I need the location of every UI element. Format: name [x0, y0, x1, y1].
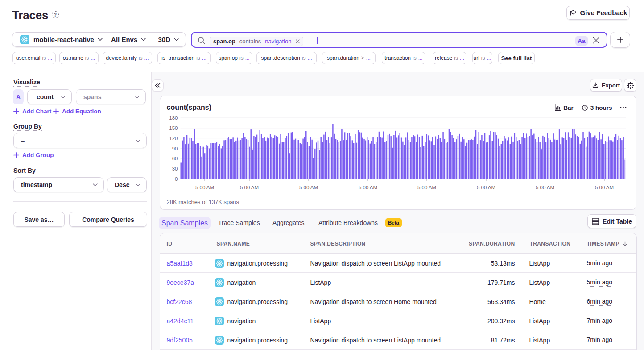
svg-text:5:00 AM: 5:00 AM: [239, 185, 258, 190]
svg-text:5:00 AM: 5:00 AM: [594, 185, 613, 190]
svg-text:120: 120: [169, 135, 178, 141]
svg-text:5:00 AM: 5:00 AM: [417, 185, 436, 190]
svg-text:5:00 AM: 5:00 AM: [535, 185, 554, 190]
svg-text:5:00 AM: 5:00 AM: [195, 185, 214, 190]
svg-text:150: 150: [169, 125, 178, 130]
svg-text:0: 0: [175, 176, 178, 182]
svg-text:5:00 AM: 5:00 AM: [476, 185, 495, 190]
svg-text:5:00 AM: 5:00 AM: [358, 185, 377, 190]
svg-text:5:00 AM: 5:00 AM: [299, 185, 318, 190]
svg-text:90: 90: [172, 146, 178, 151]
svg-text:60: 60: [172, 156, 178, 161]
svg-text:180: 180: [169, 115, 178, 121]
svg-text:30: 30: [172, 166, 178, 171]
